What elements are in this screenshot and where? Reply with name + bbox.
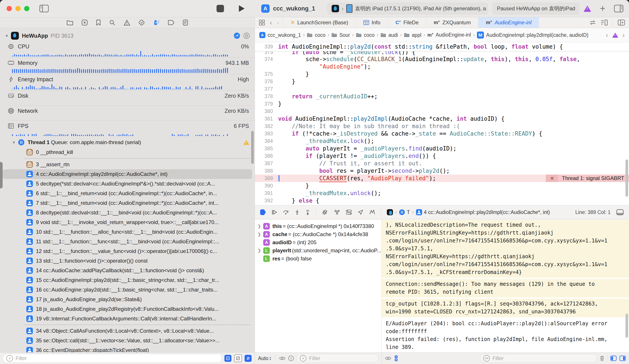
sidebar-filter-input[interactable] [15, 355, 218, 362]
new-tab-button[interactable]: + [600, 3, 605, 14]
code-line[interactable]: 385 auto playerIt = _audioPlayers.find(a… [255, 145, 629, 152]
variable-row[interactable]: ❯Acache = (cc::AudioCache *) 0x14a4cfe38 [255, 230, 382, 238]
toggle-inspector-icon[interactable] [614, 5, 623, 12]
code-line[interactable]: 390 } [255, 182, 629, 189]
breadcrumb-item[interactable]: Accc_wukong_1 [259, 32, 301, 38]
thread-view-mode-button[interactable] [245, 355, 252, 362]
breadcrumb-item[interactable]: MAudioEngineImpl::play2dImpl(cache, audi… [477, 31, 589, 39]
breadcrumb-item[interactable]: appl [404, 32, 421, 38]
code-line[interactable]: 389 CCASSERT(res, "AudioPlay failed");≡T… [255, 175, 629, 182]
stack-frame-row[interactable]: 8 decltype(std::declval<std::__1::__bind… [3, 208, 252, 218]
debug-navigator-icon[interactable] [153, 19, 159, 26]
variables-filter-field[interactable]: ≡ [297, 354, 378, 363]
variable-row[interactable]: ❯Athis = (cc::AudioEngineImpl *) 0x140f7… [255, 222, 382, 230]
code-line[interactable]: 375 } [255, 70, 629, 78]
find-navigator-icon[interactable] [109, 19, 115, 26]
add-editor-icon[interactable] [618, 19, 625, 26]
go-back-icon[interactable]: ‹ [270, 19, 272, 26]
stop-button[interactable] [217, 5, 224, 12]
code-line[interactable]: 386 if (playerIt != _audioPlayers.end())… [255, 152, 629, 160]
runtime-issue-badge[interactable] [584, 5, 591, 12]
show-running-threads-button[interactable] [234, 354, 242, 362]
test-navigator-icon[interactable] [139, 19, 145, 26]
variables-scope-select[interactable]: Auto ▴▾ [258, 356, 271, 361]
runtime-issue-icon[interactable] [612, 32, 618, 37]
simulate-location-icon[interactable] [358, 209, 363, 215]
next-issue-icon[interactable]: › [623, 31, 625, 39]
annotation-menu-icon[interactable]: ≡ [546, 175, 558, 182]
breadcrumb-item[interactable]: Sour [331, 32, 350, 38]
scheme-device-selector[interactable]: › 袁明的 iPad (17.5.1 (21F90), iPad Air (5t… [327, 3, 488, 14]
close-window-button[interactable] [6, 6, 12, 11]
stack-frame-row[interactable]: 6 std::__1::__bind_return<void (cc::Audi… [3, 189, 252, 198]
stack-frame-row[interactable]: 10 std::__1::__function::__alloc_func<st… [3, 227, 252, 237]
breadcrumb-item[interactable]: m+AudioEngine-inl [427, 32, 471, 38]
stack-frame-row[interactable]: 5 decltype(*std::declval<cc::AudioEngine… [3, 179, 252, 189]
show-console-pane-icon[interactable] [619, 356, 626, 361]
memory-graph-debugger-icon[interactable] [334, 209, 340, 215]
breadcrumb-item[interactable]: coco [307, 32, 325, 38]
gauge-row-energy[interactable]: Energy ImpactHigh [8, 75, 255, 83]
variable-row[interactable]: Lres = (bool) false [255, 254, 382, 263]
clear-console-icon[interactable] [599, 355, 605, 361]
code-line[interactable]: 382 //Note: It may be in sub thread or m… [255, 122, 629, 130]
zoom-window-button[interactable] [24, 6, 29, 11]
console-filter-field[interactable]: ≡˅ [480, 354, 597, 363]
stack-frame-row[interactable]: 9 void std::__1::__invoke_void_return_wr… [3, 218, 252, 227]
console-block-note[interactable]: Connection::sendMessage(): Too many mess… [382, 279, 629, 297]
disclosure-chevron-icon[interactable]: ▾ [6, 33, 8, 38]
tab-info[interactable]: Info [356, 17, 388, 28]
gauge-row-cpu[interactable]: CPU0% [8, 42, 255, 50]
code-line[interactable]: "AudioEngine"); [255, 63, 629, 70]
environment-overrides-icon[interactable] [346, 209, 352, 215]
variable-row[interactable]: ❯LplayerIt (std::unordered_map<int, cc::… [255, 246, 382, 254]
activity-status[interactable]: Paused HeWuApp on 袁明的iPad [493, 3, 579, 14]
stack-frame-row[interactable]: 34 v8::Object::CallAsFunction(v8::Local<… [3, 326, 252, 336]
tab-audioengine-inl[interactable]: m+AudioEngine-inl [478, 17, 539, 28]
code-line[interactable]: 378 return _currentAudioID++; [255, 93, 629, 100]
expand-chevron-icon[interactable]: ❯ [258, 232, 263, 237]
show-variables-pane-icon[interactable] [610, 356, 617, 361]
step-into-icon[interactable] [295, 209, 300, 215]
code-line[interactable]: 392 } else { [255, 197, 629, 204]
tab-filede[interactable]: C+FileDe [388, 17, 426, 28]
variable-row[interactable]: AaudioID = (int) 205 [255, 238, 382, 246]
code-line[interactable]: 373 if (auto sche = _scheduler.lock()) { [255, 51, 629, 55]
stack-frame-row[interactable]: 36 cc::EventDispatcher::dispatchTickEven… [3, 345, 252, 352]
stack-frame-row[interactable]: 4 cc::AudioEngineImpl::play2dImpl(cc::Au… [3, 169, 252, 179]
thread-chip-icon[interactable] [399, 209, 405, 215]
toggle-debug-area-icon[interactable] [616, 209, 624, 215]
toggle-navigator-icon[interactable] [39, 5, 49, 12]
source-editor[interactable]: 339int AudioEngineImpl::play2d(const std… [255, 42, 629, 205]
disclosure-chevron-icon[interactable]: ▾ [13, 140, 15, 145]
stack-frame-row[interactable]: 15 cc::AudioEngineImpl::play2d(std::__1:… [3, 275, 252, 285]
code-line[interactable]: 374 sche->schedule(CC_CALLBACK_1(AudioEn… [255, 55, 629, 63]
stack-frame-row[interactable]: 19 v8::internal::FunctionCallbackArgumen… [3, 314, 252, 324]
stack-frame-row[interactable]: 12 std::__1::__function::__value_func<vo… [3, 246, 252, 256]
gauge-row-network[interactable]: NetworkZero KB/s [8, 107, 255, 115]
minimize-window-button[interactable] [15, 6, 21, 11]
tab-launchscreen-base-[interactable]: ✕LaunchScreen (Base) [283, 17, 356, 28]
sidebar-filter-field[interactable]: ≡ [3, 354, 222, 363]
source-control-navigator-icon[interactable] [82, 19, 88, 26]
gauge-row-fps[interactable]: FPS6 FPS [8, 122, 255, 130]
tab-zxquantum[interactable]: m+ZXQuantum [426, 17, 478, 28]
expand-chevron-icon[interactable]: ❯ [258, 224, 263, 229]
stack-frame-row[interactable]: 18 js_audio_AudioEngine_play2dRegistry(v… [3, 304, 252, 314]
breadcrumb-item[interactable]: audi [380, 32, 398, 38]
go-forward-icon[interactable]: › [277, 19, 279, 26]
process-chip-icon[interactable] [387, 209, 393, 215]
continue-execution-icon[interactable] [272, 209, 277, 215]
report-navigator-icon[interactable] [183, 19, 188, 26]
stack-frame-row[interactable]: 35 se::Object::call(std::__1::vector<se:… [3, 336, 252, 345]
code-line[interactable]: 380 [255, 108, 629, 115]
code-line[interactable]: 393 ALOGD("AudioEngineImpl::play2dImpl, … [255, 204, 629, 205]
stack-frame-row[interactable]: 13 std::__1::function<void ()>::operator… [3, 256, 252, 266]
editor-scrollbar[interactable] [626, 159, 628, 197]
console-block-plain[interactable]: E/AudioPlayer (204): bool cc::AudioPlaye… [382, 318, 629, 352]
step-over-icon[interactable] [283, 209, 289, 215]
memory-gauge-icon[interactable] [243, 32, 250, 39]
code-line[interactable]: 377 [255, 85, 629, 93]
breakpoint-navigator-icon[interactable] [168, 20, 174, 25]
quicklook-eye-icon[interactable] [385, 356, 391, 361]
